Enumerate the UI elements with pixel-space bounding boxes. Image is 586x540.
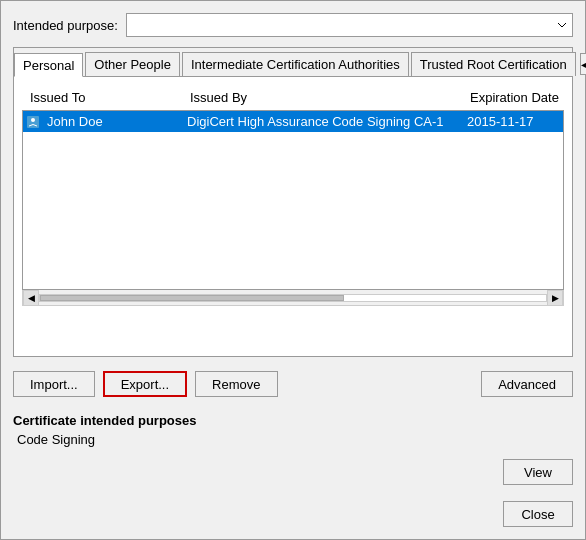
view-button[interactable]: View bbox=[503, 459, 573, 485]
cert-purposes-label: Certificate intended purposes bbox=[13, 413, 573, 428]
bottom-buttons: Close bbox=[13, 501, 573, 527]
tab-intermediate-ca[interactable]: Intermediate Certification Authorities bbox=[182, 52, 409, 76]
tab-content-personal: Issued To Issued By Expiration Date John… bbox=[14, 77, 572, 356]
cert-purposes-section: Certificate intended purposes Code Signi… bbox=[13, 409, 573, 451]
tab-bar: Personal Other People Intermediate Certi… bbox=[14, 48, 572, 77]
scrollbar-thumb[interactable] bbox=[40, 295, 344, 301]
intended-purpose-select[interactable] bbox=[126, 13, 573, 37]
horizontal-scrollbar[interactable]: ◀ ▶ bbox=[22, 290, 564, 306]
intended-purpose-label: Intended purpose: bbox=[13, 18, 118, 33]
advanced-button[interactable]: Advanced bbox=[481, 371, 573, 397]
intended-purpose-row: Intended purpose: bbox=[13, 13, 573, 37]
col-issued-by: Issued By bbox=[186, 88, 466, 107]
cert-purposes-value: Code Signing bbox=[13, 432, 573, 447]
expiration-cell: 2015-11-17 bbox=[463, 112, 564, 131]
col-expiration: Expiration Date bbox=[466, 88, 572, 107]
cert-table-body: John Doe DigiCert High Assurance Code Si… bbox=[22, 110, 564, 290]
scroll-left-arrow[interactable]: ◀ bbox=[23, 290, 39, 306]
tab-other-people[interactable]: Other People bbox=[85, 52, 180, 76]
tab-trusted-root[interactable]: Trusted Root Certification bbox=[411, 52, 576, 76]
table-row[interactable]: John Doe DigiCert High Assurance Code Si… bbox=[23, 111, 563, 132]
cert-table-header: Issued To Issued By Expiration Date bbox=[22, 85, 564, 110]
remove-button[interactable]: Remove bbox=[195, 371, 277, 397]
issued-to-cell: John Doe bbox=[43, 112, 183, 131]
scroll-right-arrow[interactable]: ▶ bbox=[547, 290, 563, 306]
tabs-container: Personal Other People Intermediate Certi… bbox=[13, 47, 573, 357]
import-button[interactable]: Import... bbox=[13, 371, 95, 397]
svg-point-1 bbox=[31, 118, 35, 122]
certificates-dialog: Intended purpose: Personal Other People … bbox=[0, 0, 586, 540]
col-issued-to: Issued To bbox=[26, 88, 186, 107]
view-button-row: View bbox=[13, 459, 573, 485]
issued-by-cell: DigiCert High Assurance Code Signing CA-… bbox=[183, 112, 463, 131]
close-button[interactable]: Close bbox=[503, 501, 573, 527]
cert-icon bbox=[23, 115, 43, 129]
tab-personal[interactable]: Personal bbox=[14, 53, 83, 77]
scrollbar-track[interactable] bbox=[39, 294, 547, 302]
tab-scroll-left[interactable]: ◀ bbox=[580, 53, 586, 75]
action-buttons: Import... Export... Remove Advanced bbox=[13, 367, 573, 401]
export-button[interactable]: Export... bbox=[103, 371, 187, 397]
